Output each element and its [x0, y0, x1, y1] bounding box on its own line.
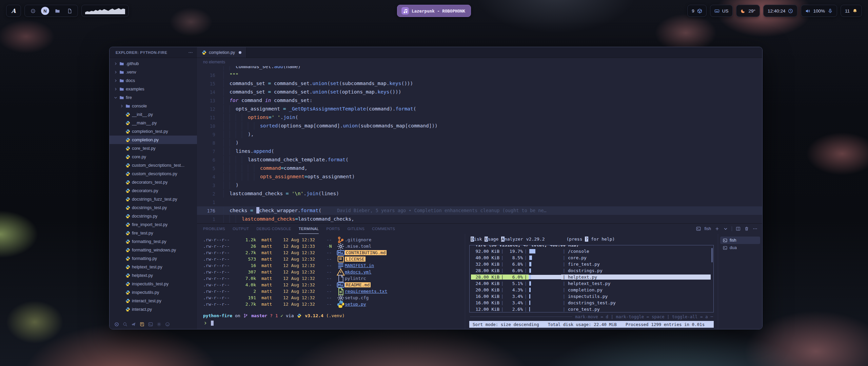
gear-icon[interactable]	[157, 322, 161, 327]
split-terminal-icon[interactable]	[736, 226, 741, 231]
dua-row-docstrings_test.py[interactable]: 16.00 KiB|3.4%||docstrings_test.py	[471, 300, 711, 306]
more-actions-icon[interactable]	[753, 226, 757, 231]
explorer-item-decorators.py[interactable]: decorators.py	[110, 186, 197, 195]
kill-terminal-icon[interactable]	[744, 226, 749, 231]
code-line[interactable]: 1lastcommand_checks=lastcommand_checks,	[197, 215, 762, 223]
terminal-filename[interactable]: .gitignore	[345, 237, 371, 242]
dua-row-docstrings.py[interactable]: 28.00 KiB|6.0%||docstrings.py	[471, 267, 711, 274]
workspace-4[interactable]	[65, 7, 74, 15]
breadcrumb[interactable]: no elements	[197, 58, 762, 66]
new-terminal-icon[interactable]	[715, 226, 719, 231]
explorer-item-docstrings_fuzz_test.py[interactable]: docstrings_fuzz_test.py	[110, 195, 197, 203]
explorer-item-inspectutils_test.py[interactable]: inspectutils_test.py	[110, 280, 197, 288]
notifications-widget[interactable]: 11	[841, 5, 862, 17]
code-line[interactable]: 16"""	[197, 71, 762, 79]
panel-tab-gitlens[interactable]: GITLENS	[348, 224, 365, 234]
explorer-item-formatting_windows.py[interactable]: formatting_windows.py	[110, 246, 197, 254]
workspace-3[interactable]	[53, 7, 61, 15]
explorer-item-__init__.py[interactable]: __init__.py	[110, 110, 197, 119]
explorer-item-helptext.py[interactable]: helptext.py	[110, 271, 197, 280]
code-line[interactable]: 9),	[197, 130, 762, 139]
explorer-item-docstrings.py[interactable]: docstrings.py	[110, 212, 197, 220]
explorer-item-__main__.py[interactable]: __main__.py	[110, 119, 197, 127]
audio-widget[interactable]: 100%	[801, 5, 837, 17]
code-line-current[interactable]: 176checks = check_wrapper.format(David B…	[197, 206, 762, 215]
explorer-item-core.py[interactable]: core.py	[110, 152, 197, 161]
terminal-tab-fish[interactable]: fish	[720, 237, 760, 244]
dua-file-list[interactable]: fire (38 visible, 47 total, 468.00 KiB) …	[469, 245, 714, 312]
panel-tab-terminal[interactable]: TERMINAL	[299, 224, 319, 234]
media-player-widget[interactable]: Lazerpunk - ROBOPHONK	[397, 5, 471, 17]
panel-tab-comments[interactable]: COMMENTS	[372, 224, 395, 234]
smiley-icon[interactable]	[165, 322, 170, 327]
terminal-pane[interactable]: .rw-r--r--1.2kmatt12 Aug 12:32--.gitigno…	[197, 234, 465, 329]
explorer-item-completion_test.py[interactable]: completion_test.py	[110, 127, 197, 136]
code-line[interactable]: 12opts_assignment = _GetOptsAssignmentTe…	[197, 105, 762, 113]
circle-dot-icon[interactable]	[114, 322, 119, 327]
code-line[interactable]: 2lastcommand_checks = '\n'.join(lines)	[197, 189, 762, 198]
scrollbar[interactable]	[711, 248, 713, 262]
code-line[interactable]: 5command=command,	[197, 164, 762, 172]
explorer-item-decorators_test.py[interactable]: decorators_test.py	[110, 178, 197, 186]
dua-row-inspectutils.py[interactable]: 16.00 KiB|3.4%||inspectutils.py	[471, 293, 711, 300]
code-line[interactable]: 13for command in commands_set:	[197, 96, 762, 105]
book-icon[interactable]	[140, 322, 144, 327]
explorer-item-completion.py[interactable]: completion.py	[110, 136, 197, 144]
explorer-more-actions-icon[interactable]	[188, 50, 193, 55]
explorer-item-console[interactable]: console	[110, 102, 197, 110]
panel-tab-debug-console[interactable]: DEBUG CONSOLE	[256, 224, 291, 234]
terminal-filename[interactable]: setup.cfg	[345, 295, 369, 300]
code-line[interactable]: commands_set.add(name)	[197, 66, 762, 71]
app-launcher-button[interactable]: A	[6, 5, 21, 17]
shell-prompt-caret[interactable]	[203, 320, 465, 326]
dua-row-helptext.py[interactable]: 28.00 KiB|6.0%||helptext.py	[471, 274, 711, 280]
dua-row-console[interactable]: 92.00 KiB|19.7%||/console	[471, 248, 711, 255]
explorer-item-helptext_test.py[interactable]: helptext_test.py	[110, 263, 197, 271]
explorer-item-docstrings_test.py[interactable]: docstrings_test.py	[110, 203, 197, 212]
code-line[interactable]: 6lastcommand_check_template.format(	[197, 156, 762, 164]
explorer-item-formatting.py[interactable]: formatting.py	[110, 254, 197, 263]
code-line[interactable]: 15commands_set = commands_set.union(set(…	[197, 79, 762, 88]
code-line[interactable]: 11options=' '.join(	[197, 113, 762, 122]
terminal-filename[interactable]: mkdocs.yml	[345, 269, 371, 274]
workspace-2[interactable]: N	[41, 7, 49, 15]
explorer-item-examples[interactable]: examples	[110, 85, 197, 93]
system-monitor-graph[interactable]	[81, 5, 129, 17]
dua-row-helptext_test.py[interactable]: 24.00 KiB|5.1%||helptext_test.py	[471, 280, 711, 287]
dua-row-core_test.py[interactable]: 12.00 KiB|2.6%||core_test.py	[471, 306, 711, 312]
panel-tab-output[interactable]: OUTPUT	[233, 224, 249, 234]
updates-widget[interactable]: 9	[687, 5, 707, 17]
code-line[interactable]: 10sorted(options_map[command].union(subc…	[197, 122, 762, 130]
code-line[interactable]: 7lines.append(	[197, 147, 762, 156]
send-icon[interactable]	[131, 322, 136, 327]
terminal-filename[interactable]: LICENSE	[345, 257, 366, 262]
tab-completion-py[interactable]: completion.py	[197, 47, 246, 58]
explorer-item-inspectutils.py[interactable]: inspectutils.py	[110, 288, 197, 297]
code-line[interactable]: 14commands_set = commands_set.union(set(…	[197, 88, 762, 96]
explorer-item-custom_descriptions_test...[interactable]: custom_descriptions_test...	[110, 161, 197, 169]
explorer-item-custom_descriptions.py[interactable]: custom_descriptions.py	[110, 169, 197, 178]
explorer-item-fire[interactable]: fire	[110, 93, 197, 102]
explorer-item-fire_import_test.py[interactable]: fire_import_test.py	[110, 220, 197, 229]
terminal-filename[interactable]: CONTRIBUTING.md	[345, 250, 387, 255]
keyboard-layout-widget[interactable]: US	[710, 5, 733, 17]
terminal-filename[interactable]: .mise.toml	[345, 244, 371, 249]
code-line[interactable]: 1	[197, 198, 762, 206]
code-editor[interactable]: commands_set.add(name)16"""15commands_se…	[197, 66, 762, 223]
workspace-1[interactable]	[29, 7, 37, 15]
explorer-item-docs[interactable]: docs	[110, 76, 197, 85]
terminal-profile-label[interactable]: fish	[705, 226, 711, 231]
terminal-filename[interactable]: MANIFEST.in	[345, 263, 374, 268]
clock-widget[interactable]: 12:40:24	[763, 5, 798, 17]
terminal-filename[interactable]: pylintrc	[345, 276, 366, 281]
weather-widget[interactable]: 29°	[736, 5, 760, 17]
explorer-item-interact_test.py[interactable]: interact_test.py	[110, 297, 197, 305]
panel-tab-problems[interactable]: PROBLEMS	[203, 224, 225, 234]
dua-row-fire_test.py[interactable]: 32.00 KiB|6.8%||fire_test.py	[471, 261, 711, 267]
explorer-item-.github[interactable]: .github	[110, 59, 197, 68]
panel-tab-ports[interactable]: PORTS	[326, 224, 340, 234]
search-icon[interactable]	[123, 322, 127, 327]
explorer-item-fire_test.py[interactable]: fire_test.py	[110, 229, 197, 237]
terminal-filename[interactable]: setup.py	[345, 302, 366, 307]
term-icon[interactable]	[148, 322, 153, 327]
